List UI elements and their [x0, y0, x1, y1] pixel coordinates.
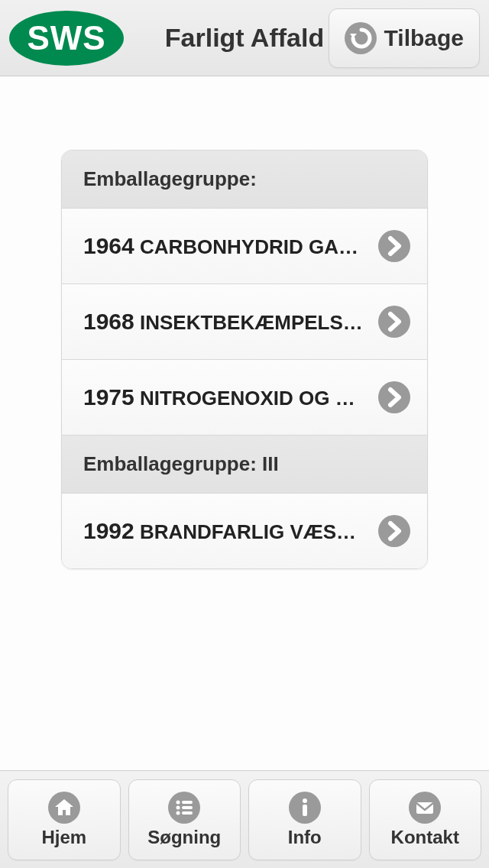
- svg-rect-12: [182, 811, 193, 815]
- list-icon: [168, 792, 200, 824]
- svg-point-7: [176, 800, 180, 804]
- chevron-right-icon: [378, 306, 410, 338]
- svg-point-2: [378, 306, 410, 338]
- svg-rect-15: [303, 805, 307, 816]
- item-text: 1992 BRANDFARLIG VÆS…: [83, 518, 378, 544]
- svg-point-1: [378, 230, 410, 262]
- svg-point-9: [176, 805, 180, 809]
- nav-label: Info: [288, 827, 322, 848]
- nav-info[interactable]: Info: [248, 779, 361, 860]
- group-header: Emballagegruppe: III: [62, 436, 427, 494]
- svg-point-4: [378, 515, 410, 547]
- page-title: Farligt Affald: [165, 23, 324, 53]
- nav-label: Kontakt: [391, 827, 459, 848]
- svg-rect-10: [182, 806, 193, 809]
- content-area: Emballagegruppe: 1964 CARBONHYDRID GA… 1…: [0, 76, 489, 569]
- item-text: 1964 CARBONHYDRID GA…: [83, 233, 378, 259]
- item-text: 1975 NITROGENOXID OG …: [83, 384, 378, 410]
- nav-contact[interactable]: Kontakt: [369, 779, 482, 860]
- nav-home[interactable]: Hjem: [8, 779, 121, 860]
- mail-icon: [409, 792, 441, 824]
- svg-point-3: [378, 381, 410, 413]
- list-item[interactable]: 1992 BRANDFARLIG VÆS…: [62, 494, 427, 568]
- item-text: 1968 INSEKTBEKÆMPELS…: [83, 309, 378, 335]
- svg-rect-8: [182, 801, 193, 804]
- logo: SWS: [9, 11, 124, 66]
- svg-point-11: [176, 811, 180, 815]
- logo-text: SWS: [27, 19, 105, 57]
- back-label: Tilbage: [384, 25, 464, 51]
- group-header: Emballagegruppe:: [62, 151, 427, 209]
- footer-nav: Hjem Søgning Info Kontakt: [0, 770, 489, 868]
- list-item[interactable]: 1975 NITROGENOXID OG …: [62, 360, 427, 436]
- nav-label: Søgning: [147, 827, 221, 848]
- chevron-right-icon: [378, 515, 410, 547]
- home-icon: [48, 792, 80, 824]
- info-icon: [289, 792, 321, 824]
- header-bar: SWS Farligt Affald Tilbage: [0, 0, 489, 76]
- svg-point-0: [345, 22, 377, 54]
- chevron-right-icon: [378, 230, 410, 262]
- back-button[interactable]: Tilbage: [329, 8, 480, 68]
- back-icon: [345, 22, 377, 54]
- nav-search[interactable]: Søgning: [128, 779, 241, 860]
- nav-label: Hjem: [41, 827, 86, 848]
- list-item[interactable]: 1964 CARBONHYDRID GA…: [62, 209, 427, 284]
- chevron-right-icon: [378, 381, 410, 413]
- list-item[interactable]: 1968 INSEKTBEKÆMPELS…: [62, 284, 427, 360]
- svg-point-14: [303, 798, 307, 803]
- list-container: Emballagegruppe: 1964 CARBONHYDRID GA… 1…: [61, 150, 428, 569]
